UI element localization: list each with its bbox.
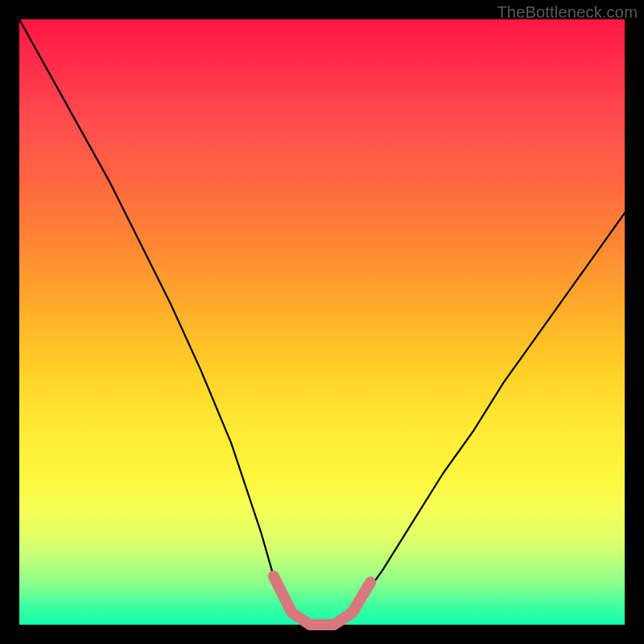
- plot-area: [19, 19, 625, 625]
- curve-svg: [19, 19, 625, 625]
- optimal-highlight: [274, 576, 370, 625]
- chart-frame: TheBottleneck.com: [0, 0, 644, 644]
- bottleneck-curve: [19, 19, 625, 625]
